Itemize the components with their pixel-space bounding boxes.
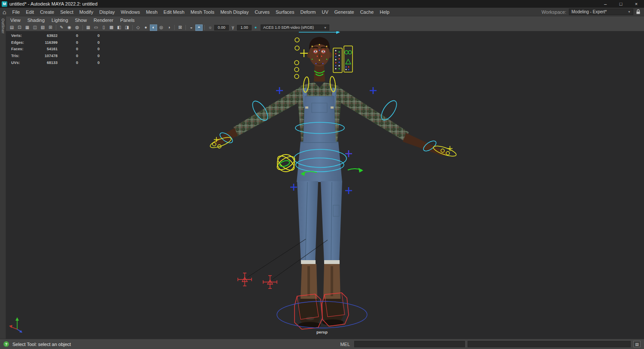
help-glyph: ? (5, 342, 8, 346)
resolution-gate-icon[interactable]: ▯ (100, 24, 107, 31)
hud-value: 0 (58, 60, 78, 67)
left-boot-laces (307, 266, 310, 296)
shadows-icon[interactable]: ◑ (165, 24, 173, 31)
outliner-side-tab[interactable]: Outliner (0, 16, 6, 339)
menu-deform[interactable]: Deform (297, 9, 319, 15)
menu-mesh-display[interactable]: Mesh Display (217, 9, 252, 15)
panel-menu-panels[interactable]: Panels (120, 18, 139, 23)
close-button[interactable]: × (629, 0, 644, 8)
grid-icon[interactable]: ▦ (85, 24, 92, 31)
menu-surfaces[interactable]: Surfaces (273, 9, 297, 15)
panel-menu-show[interactable]: Show (75, 18, 91, 23)
viewport-canvas[interactable]: persp (6, 31, 644, 339)
title-bar: M untitled* - Autodesk MAYA 2022.2: unti… (0, 0, 644, 8)
exposure-icon[interactable]: ☼ (207, 24, 214, 31)
colorspace-dropdown[interactable]: ACES 1.0 SDR-video (sRGB) ▼ (261, 24, 329, 30)
menu-edit[interactable]: Edit (23, 9, 37, 15)
panel-menu-view[interactable]: View (10, 18, 25, 23)
film-gate-icon[interactable]: ▭ (92, 24, 100, 31)
panel-menu-lighting[interactable]: Lighting (52, 18, 73, 23)
menu-curves[interactable]: Curves (252, 9, 273, 15)
window-controls: – □ × (598, 0, 644, 8)
deformers-display-icon[interactable]: ◍ (73, 24, 81, 31)
image-plane-icon[interactable]: ▧ (39, 24, 46, 31)
use-default-material-icon[interactable]: ◎ (158, 24, 165, 31)
grease-pencil-icon[interactable]: ✎ (58, 24, 65, 31)
menu-file[interactable]: File (9, 9, 23, 15)
maya-logo-icon: M (2, 1, 7, 7)
toolbar-separator (174, 25, 175, 30)
joints-display-icon[interactable]: ◉ (66, 24, 73, 31)
menu-mesh-tools[interactable]: Mesh Tools (188, 9, 217, 15)
menu-help[interactable]: Help (377, 9, 392, 15)
gamma-icon[interactable]: γ (229, 24, 237, 31)
character-model[interactable] (213, 37, 448, 328)
workspace-dropdown[interactable]: Modeling - Expert* ▼ (569, 9, 633, 15)
command-line-input[interactable] (354, 341, 465, 347)
workspace-label: Workspace: (541, 9, 566, 15)
maximize-button[interactable]: □ (613, 0, 629, 8)
menu-display[interactable]: Display (96, 9, 118, 15)
command-line-area: MEL ▤ (338, 341, 641, 347)
home-icon[interactable]: ⌂ (0, 9, 9, 15)
menu-uv[interactable]: UV (319, 9, 331, 15)
left-pant-leg-shape[interactable] (297, 181, 318, 264)
menu-generate[interactable]: Generate (331, 9, 357, 15)
script-editor-icon[interactable]: ▤ (633, 341, 641, 347)
mel-toggle-button[interactable]: MEL (338, 342, 352, 347)
panel-menu-renderer[interactable]: Renderer (94, 18, 118, 23)
buckle-left (305, 106, 308, 109)
hud-value: 54161 (36, 46, 58, 53)
right-sleeve-shape[interactable] (338, 87, 409, 142)
safe-title-icon[interactable]: ◨ (123, 24, 131, 31)
smooth-shade-icon[interactable]: ● (142, 24, 149, 31)
hud-value: 0 (78, 53, 100, 60)
isolate-select-icon[interactable]: ⊠ (176, 24, 184, 31)
hud-label: Tris: (11, 53, 36, 60)
gamma-field[interactable] (237, 25, 252, 30)
face-board-controls[interactable] (333, 46, 352, 73)
viewport[interactable]: Verts:6392200 Edges:11639900 Faces:54161… (6, 31, 644, 339)
left-sleeve-shape[interactable] (234, 87, 301, 137)
bookmarks-icon[interactable]: ◫ (31, 24, 39, 31)
gate-mask-icon[interactable]: ▩ (108, 24, 115, 31)
status-bar: ? Select Tool: select an object MEL ▤ (0, 339, 644, 349)
right-hand-shape[interactable] (403, 133, 448, 155)
colorspace-icon[interactable]: ● (252, 24, 259, 31)
lock-icon[interactable] (636, 9, 641, 15)
left-sock-cuff (301, 260, 316, 264)
overall-hips-shape[interactable] (297, 142, 342, 182)
help-icon[interactable]: ? (3, 341, 9, 347)
menu-modify[interactable]: Modify (76, 9, 96, 15)
head-aim-control[interactable] (299, 31, 340, 34)
menu-select[interactable]: Select (57, 9, 76, 15)
right-boot-laces (331, 266, 333, 296)
lighting-icon[interactable]: ◓ (195, 24, 203, 31)
xray-icon[interactable]: ◒ (188, 24, 195, 31)
menu-mesh[interactable]: Mesh (143, 9, 161, 15)
lock-camera-icon[interactable]: ⊡ (16, 24, 23, 31)
command-output-field[interactable] (468, 341, 631, 347)
work-area: Outliner View Shading Lighting Show Rend… (0, 16, 644, 339)
buckle-right (331, 106, 334, 109)
left-hand-shape[interactable] (213, 128, 238, 145)
exposure-field[interactable] (214, 25, 229, 30)
menu-edit-mesh[interactable]: Edit Mesh (161, 9, 188, 15)
camera-attributes-icon[interactable]: ▦ (24, 24, 31, 31)
hud-value: 116399 (36, 39, 58, 46)
minimize-button[interactable]: – (598, 0, 613, 8)
overall-bib-shape[interactable] (303, 96, 336, 144)
two-d-pan-zoom-icon[interactable]: ⊞ (47, 24, 54, 31)
main-menu-bar: ⌂ File Edit Create Select Modify Display… (0, 8, 644, 16)
menu-windows[interactable]: Windows (118, 9, 143, 15)
head-offset-controls[interactable] (295, 38, 308, 79)
cog-control[interactable] (275, 153, 297, 173)
wireframe-icon[interactable]: ◇ (134, 24, 142, 31)
select-camera-icon[interactable]: ▤ (8, 24, 15, 31)
textured-icon[interactable]: ◐ (150, 24, 157, 31)
board-dots (335, 50, 340, 70)
panel-menu-shading[interactable]: Shading (27, 18, 49, 23)
menu-create[interactable]: Create (37, 9, 57, 15)
menu-cache[interactable]: Cache (357, 9, 377, 15)
safe-action-icon[interactable]: ◧ (115, 24, 123, 31)
